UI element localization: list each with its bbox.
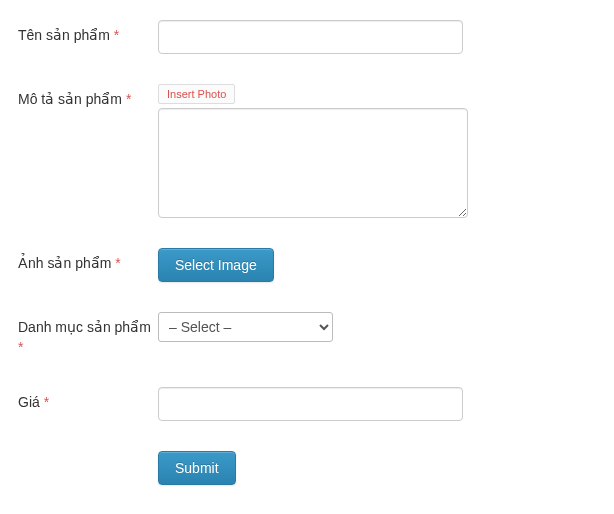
label-description: Mô tả sản phẩm * <box>18 84 158 110</box>
label-text-description: Mô tả sản phẩm <box>18 91 122 107</box>
label-price: Giá * <box>18 387 158 413</box>
category-select[interactable]: – Select – <box>158 312 333 342</box>
required-marker: * <box>44 394 49 410</box>
control-product-name <box>158 20 596 54</box>
row-submit: Submit <box>18 451 596 485</box>
control-price <box>158 387 596 421</box>
control-category: – Select – <box>158 312 596 342</box>
required-marker: * <box>114 27 119 43</box>
insert-photo-button[interactable]: Insert Photo <box>158 84 235 104</box>
row-product-name: Tên sản phẩm * <box>18 20 596 54</box>
control-submit: Submit <box>158 451 596 485</box>
row-price: Giá * <box>18 387 596 421</box>
row-description: Mô tả sản phẩm * Insert Photo <box>18 84 596 218</box>
label-text-category: Danh mục sản phẩm <box>18 319 151 335</box>
select-image-button[interactable]: Select Image <box>158 248 274 282</box>
price-input[interactable] <box>158 387 463 421</box>
submit-button[interactable]: Submit <box>158 451 236 485</box>
required-marker: * <box>115 255 120 271</box>
label-product-name: Tên sản phẩm * <box>18 20 158 46</box>
submit-spacer <box>18 451 158 457</box>
control-description: Insert Photo <box>158 84 596 218</box>
label-text-image: Ảnh sản phẩm <box>18 255 111 271</box>
row-image: Ảnh sản phẩm * Select Image <box>18 248 596 282</box>
label-category: Danh mục sản phẩm * <box>18 312 158 357</box>
product-name-input[interactable] <box>158 20 463 54</box>
description-textarea[interactable] <box>158 108 468 218</box>
product-form: Tên sản phẩm * Mô tả sản phẩm * Insert P… <box>18 20 596 485</box>
row-category: Danh mục sản phẩm * – Select – <box>18 312 596 357</box>
label-text-product-name: Tên sản phẩm <box>18 27 110 43</box>
label-text-price: Giá <box>18 394 40 410</box>
label-image: Ảnh sản phẩm * <box>18 248 158 274</box>
control-image: Select Image <box>158 248 596 282</box>
required-marker: * <box>18 339 23 355</box>
required-marker: * <box>126 91 131 107</box>
